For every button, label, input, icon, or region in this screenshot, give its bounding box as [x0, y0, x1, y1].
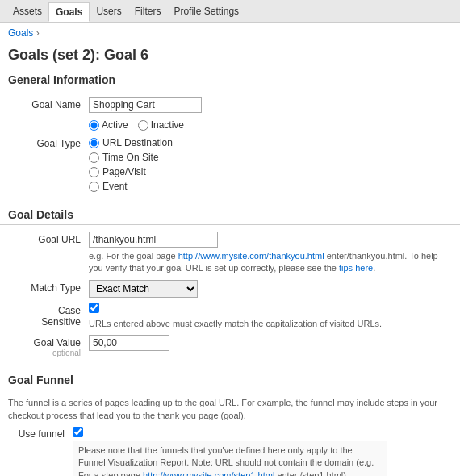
match-type-label: Match Type [16, 280, 89, 294]
general-info-header: General Information [0, 70, 460, 90]
goal-type-label: Goal Type [16, 136, 89, 149]
breadcrumb: Goals › [0, 23, 460, 44]
status-inactive-text: Inactive [151, 119, 184, 131]
goal-type-time-label[interactable]: Time On Site [89, 152, 452, 163]
funnel-description: The funnel is a series of pages leading … [0, 397, 460, 422]
goal-url-row: Goal URL e.g. For the goal page http://w… [8, 232, 452, 275]
goal-funnel-header: Goal Funnel [0, 370, 460, 390]
goal-name-row: Goal Name [8, 97, 452, 113]
nav-goals[interactable]: Goals [48, 2, 90, 22]
case-sensitive-content: URLs entered above must exactly match th… [89, 303, 452, 330]
goal-type-page-label[interactable]: Page/Visit [89, 166, 452, 177]
use-funnel-row: Use funnel Please note that the funnels … [0, 427, 460, 476]
goal-type-event-text: Event [102, 181, 128, 192]
goal-type-page-radio[interactable] [89, 167, 99, 177]
goal-type-time-text: Time On Site [102, 152, 159, 163]
nav-users[interactable]: Users [90, 2, 128, 20]
goal-name-content [89, 97, 452, 113]
case-sensitive-help: URLs entered above must exactly match th… [89, 318, 452, 330]
status-inactive-radio[interactable] [138, 120, 148, 131]
goal-value-optional: optional [16, 349, 81, 357]
goal-value-label: Goal Value optional [16, 335, 89, 357]
goal-name-label: Goal Name [16, 97, 89, 111]
use-funnel-label: Use funnel [8, 427, 73, 440]
status-active-text: Active [102, 119, 128, 131]
match-type-row: Match Type Head Match Exact Match Regula… [8, 280, 452, 298]
breadcrumb-link[interactable]: Goals [8, 27, 33, 39]
status-active-label[interactable]: Active [89, 119, 128, 131]
case-sensitive-checkbox[interactable] [89, 303, 99, 313]
goal-name-input[interactable] [89, 97, 202, 113]
goal-url-help: e.g. For the goal page http://www.mysite… [89, 250, 452, 275]
goal-type-row: Goal Type URL Destination Time On Site P… [8, 136, 452, 192]
goal-url-label: Goal URL [16, 232, 89, 245]
general-info-section: Goal Name Active Inactive Goal Type [0, 97, 460, 205]
status-row: Active Inactive [8, 118, 452, 131]
status-content: Active Inactive [89, 118, 452, 131]
nav-profile-settings[interactable]: Profile Settings [167, 2, 245, 20]
use-funnel-checkbox[interactable] [73, 427, 83, 437]
page-title: Goals (set 2): Goal 6 [0, 44, 460, 70]
goal-type-url-radio[interactable] [89, 138, 99, 148]
breadcrumb-separator: › [36, 27, 40, 39]
goal-type-content: URL Destination Time On Site Page/Visit … [89, 136, 452, 192]
match-type-content: Head Match Exact Match Regular Expressio… [89, 280, 452, 298]
goal-type-page-text: Page/Visit [102, 166, 146, 177]
goal-type-time-radio[interactable] [89, 152, 99, 163]
case-sensitive-row: Case Sensitive URLs entered above must e… [8, 303, 452, 330]
goal-url-input[interactable] [89, 232, 218, 248]
top-nav: Assets Goals Users Filters Profile Setti… [0, 0, 460, 23]
goal-value-input[interactable] [89, 335, 169, 351]
nav-assets[interactable]: Assets [6, 2, 48, 20]
goal-value-row: Goal Value optional [8, 335, 452, 357]
funnel-note-text: Please note that the funnels that you've… [73, 441, 387, 476]
goal-value-label-text: Goal Value [34, 337, 81, 349]
goal-url-help-link1[interactable]: http://www.mysite.com/thankyou.html [178, 251, 324, 261]
nav-filters[interactable]: Filters [128, 2, 168, 20]
status-active-radio[interactable] [89, 120, 99, 131]
use-funnel-content: Please note that the funnels that you've… [73, 427, 387, 476]
funnel-step-link[interactable]: http://www.mysite.com/step1.html [143, 470, 274, 476]
goal-details-header: Goal Details [0, 205, 460, 225]
goal-url-help-link2[interactable]: tips here [339, 263, 373, 273]
goal-type-url-label[interactable]: URL Destination [89, 137, 452, 148]
goal-value-content [89, 335, 452, 351]
goal-type-event-radio[interactable] [89, 182, 99, 192]
status-inactive-label[interactable]: Inactive [138, 119, 184, 131]
goal-details-section: Goal URL e.g. For the goal page http://w… [0, 232, 460, 370]
match-type-select[interactable]: Head Match Exact Match Regular Expressio… [89, 280, 198, 298]
status-label [16, 118, 89, 120]
goal-url-content: e.g. For the goal page http://www.mysite… [89, 232, 452, 275]
case-sensitive-label: Case Sensitive [16, 303, 89, 328]
goal-type-event-label[interactable]: Event [89, 181, 452, 192]
goal-type-url-text: URL Destination [102, 137, 173, 148]
